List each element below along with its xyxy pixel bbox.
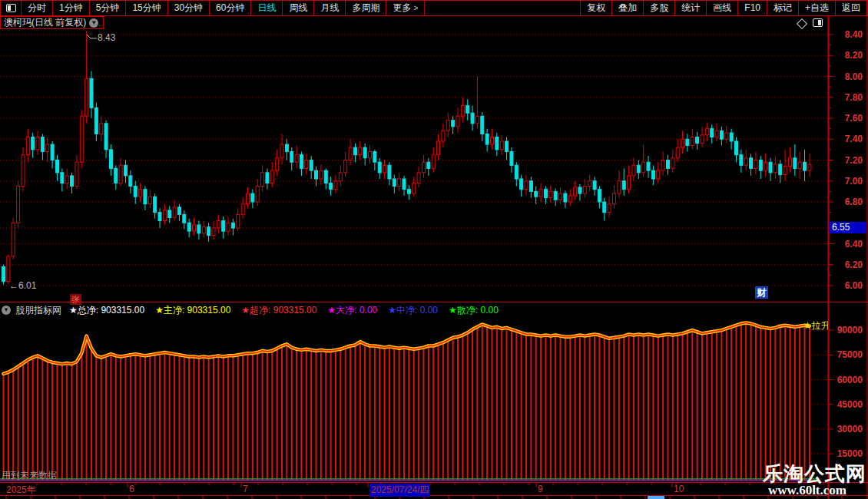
- period-tab-月线[interactable]: 月线: [314, 1, 346, 15]
- symbol-title-box[interactable]: 澳柯玛(日线 前复权) ▼: [0, 16, 104, 29]
- tool-button-叠加[interactable]: 叠加: [612, 1, 644, 15]
- price-axis-label: 6.00: [829, 280, 863, 291]
- period-tab-60分钟[interactable]: 60分钟: [210, 1, 251, 15]
- split-view-icon: [6, 4, 16, 12]
- more-chevron-icon: >: [413, 4, 418, 12]
- tool-button-返回[interactable]: 返回: [836, 1, 867, 15]
- trading-app-window: 分时1分钟5分钟15分钟30分钟60分钟日线周线月线多周期更多> 复权叠加多股统…: [0, 0, 868, 499]
- tool-button-+自选[interactable]: +自选: [799, 1, 836, 15]
- period-tab-5分钟[interactable]: 5分钟: [90, 1, 127, 15]
- period-tab-分时[interactable]: 分时: [22, 1, 53, 15]
- tool-button-复权[interactable]: 复权: [581, 1, 612, 15]
- indicator-header: ▼ 股朋指标网 ★总净: 903315.00★主净: 903315.00★超净:…: [2, 304, 499, 316]
- period-tab-多周期[interactable]: 多周期: [346, 1, 386, 15]
- current-price-tag: 6.55: [829, 222, 866, 233]
- future-data-warning: 用到未来数据: [2, 469, 57, 482]
- date-axis-label: 6: [129, 484, 134, 494]
- period-tab-1分钟[interactable]: 1分钟: [53, 1, 90, 15]
- panel-split-icon[interactable]: [813, 18, 823, 27]
- tool-buttons: 复权叠加多股统计画线F10标记+自选返回: [581, 1, 867, 15]
- indicator-chevron-icon[interactable]: ▼: [2, 306, 11, 315]
- date-axis: 2025年672025/07/24/四910: [0, 483, 868, 495]
- price-axis-label: 8.20: [829, 50, 863, 61]
- indicator-axis-label: 45000: [829, 399, 863, 410]
- indicator-axis-label: 75000: [829, 349, 863, 360]
- chart-canvas[interactable]: [0, 0, 868, 499]
- indicator-axis-label: 15000: [829, 448, 863, 459]
- page-title: 澳柯玛(日线 前复权): [4, 16, 86, 29]
- indicator-name[interactable]: 股朋指标网: [15, 304, 61, 317]
- cursor-date-tag: 2025/07/24/四: [369, 484, 430, 497]
- price-axis-label: 6.80: [829, 197, 863, 207]
- indicator-field: ★超净: 903315.00: [241, 304, 316, 317]
- period-tab-周线[interactable]: 周线: [283, 1, 314, 15]
- price-axis-label: 7.80: [829, 92, 863, 103]
- period-tab-15分钟[interactable]: 15分钟: [126, 1, 167, 15]
- tool-button-多股[interactable]: 多股: [644, 1, 675, 15]
- indicator-axis-label: 30000: [829, 424, 863, 435]
- price-axis-label: 8.40: [829, 29, 863, 40]
- price-axis-label: 6.20: [829, 259, 863, 270]
- indicator-field: ★总净: 903315.00: [69, 304, 144, 317]
- price-axis-label: 6.40: [829, 239, 863, 250]
- period-tab-日线[interactable]: 日线: [251, 1, 283, 15]
- price-axis-label: 7.00: [829, 176, 863, 187]
- period-tabs: 分时1分钟5分钟15分钟30分钟60分钟日线周线月线多周期更多>: [22, 1, 425, 15]
- tool-button-F10[interactable]: F10: [738, 1, 767, 15]
- tool-button-统计[interactable]: 统计: [675, 1, 707, 15]
- price-axis-label: 7.60: [829, 113, 863, 124]
- date-axis-label: 9: [538, 484, 543, 494]
- indicator-field: ★中净: 0.00: [388, 304, 438, 317]
- indicator-axis-label: 60000: [829, 375, 863, 385]
- date-axis-label: 7: [243, 484, 248, 494]
- tool-button-画线[interactable]: 画线: [707, 1, 738, 15]
- watermark-url: www.60lt.com: [768, 483, 846, 498]
- date-axis-label: 10: [674, 484, 684, 494]
- price-axis-label: 7.20: [829, 155, 863, 166]
- indicator-field: ★散净: 0.00: [449, 304, 499, 317]
- period-toolbar: 分时1分钟5分钟15分钟30分钟60分钟日线周线月线多周期更多> 复权叠加多股统…: [0, 0, 868, 16]
- scrollbar-chip[interactable]: [648, 496, 664, 499]
- indicator-values-row: ★总净: 903315.00★主净: 903315.00★超净: 903315.…: [66, 304, 499, 317]
- toolbar-spacer: [425, 1, 581, 15]
- date-axis-label: 2025年: [6, 484, 36, 497]
- indicator-field: ★大净: 0.00: [327, 304, 377, 317]
- period-tab-30分钟[interactable]: 30分钟: [168, 1, 210, 15]
- chevron-down-icon[interactable]: ▼: [89, 18, 98, 28]
- layout-toggle-button[interactable]: [1, 1, 22, 15]
- price-axis: 8.408.208.007.807.607.407.207.006.806.40…: [829, 0, 866, 499]
- indicator-field: ★主净: 903315.00: [155, 304, 230, 317]
- price-axis-label: 8.00: [829, 71, 863, 82]
- indicator-axis-label: 90000: [829, 325, 863, 335]
- period-tab-更多[interactable]: 更多>: [386, 1, 425, 15]
- tool-button-标记[interactable]: 标记: [767, 1, 799, 15]
- price-axis-label: 7.40: [829, 134, 863, 144]
